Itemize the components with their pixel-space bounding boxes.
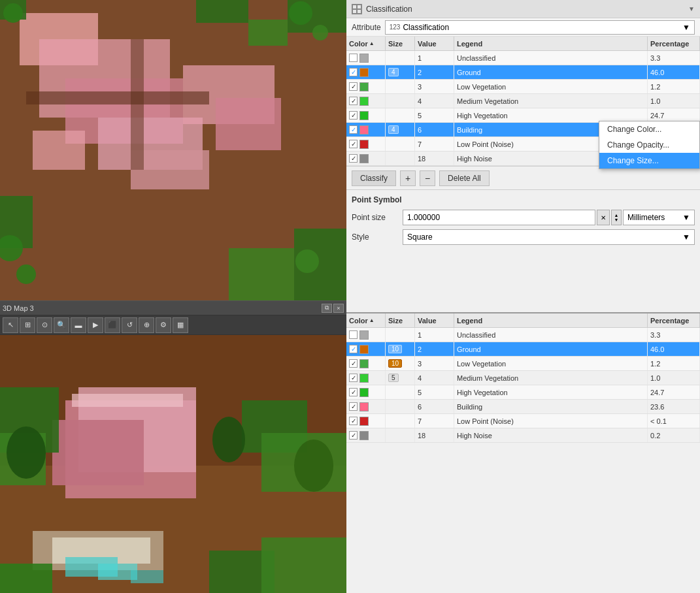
td-color — [346, 342, 386, 356]
svg-rect-46 — [358, 5, 361, 8]
svg-rect-41 — [261, 537, 346, 593]
td-legend: High Noise — [454, 428, 648, 442]
play-tool[interactable]: ▶ — [88, 317, 103, 333]
restore-btn[interactable]: ⧉ — [322, 304, 332, 313]
td-size — [386, 152, 415, 165]
zoom-tool[interactable]: 🔍 — [54, 317, 69, 333]
svg-point-22 — [16, 264, 36, 284]
attribute-dropdown[interactable]: 123 Classification ▼ — [385, 20, 695, 35]
th-value[interactable]: Value — [415, 37, 454, 50]
context-menu-item[interactable]: Change Color... — [599, 121, 699, 137]
td-value: 3 — [415, 357, 454, 370]
td-size — [386, 400, 415, 413]
sort-icon[interactable]: ▲ — [369, 40, 375, 46]
clear-btn[interactable]: ✕ — [597, 210, 610, 225]
panel-title: Classification — [366, 5, 684, 14]
unit-dropdown[interactable]: Millimeters ▼ — [623, 210, 695, 225]
bottom-th-pct[interactable]: Percentage — [648, 313, 700, 327]
add-button[interactable]: + — [400, 170, 416, 186]
table-row[interactable]: 54Medium Vegetation1.0 — [346, 371, 700, 385]
table-row[interactable]: 1Unclassified3.3 — [346, 328, 700, 342]
td-legend: High Vegetation — [454, 385, 648, 399]
bottom-th-value[interactable]: Value — [415, 313, 454, 327]
row-checkbox[interactable] — [349, 111, 358, 120]
settings-tool[interactable]: ⚙ — [156, 317, 171, 333]
row-checkbox[interactable] — [349, 140, 358, 148]
row-checkbox[interactable] — [349, 97, 358, 105]
bottom-th-legend[interactable]: Legend — [454, 313, 648, 327]
size-badge: 10 — [388, 359, 402, 368]
table-row[interactable]: 4Medium Vegetation1.0 — [346, 94, 700, 108]
table-row[interactable]: 18High Noise0.2 — [346, 428, 700, 443]
grid-tool[interactable]: ▦ — [173, 317, 188, 333]
select-tool[interactable]: ⊞ — [20, 317, 35, 333]
th-size[interactable]: Size — [386, 37, 415, 50]
td-size — [386, 328, 415, 342]
top-map[interactable] — [0, 0, 346, 300]
table-row[interactable]: 42Ground46.0 — [346, 65, 700, 80]
td-size — [386, 108, 415, 122]
attribute-arrow: ▼ — [682, 23, 690, 32]
table-row[interactable]: 5High Vegetation24.7 — [346, 385, 700, 400]
table-row[interactable]: 7Low Point (Noise)< 0.1 — [346, 414, 700, 428]
bottom-map-container: 3D Map 3 ⧉ × ↖ ⊞ ⊙ 🔍 ▬ ▶ ⬛ ↺ ⊕ ⚙ ▦ — [0, 300, 346, 593]
row-checkbox[interactable] — [349, 330, 358, 339]
row-checkbox[interactable] — [349, 54, 358, 62]
delete-all-button[interactable]: Delete All — [439, 170, 490, 186]
bottom-sort-icon[interactable]: ▲ — [369, 317, 375, 323]
map-title: 3D Map 3 — [3, 304, 34, 312]
svg-rect-47 — [353, 10, 356, 13]
point-size-input-group: ✕ ▲ ▼ Millimeters ▼ — [403, 210, 695, 225]
table-row[interactable]: 1Unclassified3.3 — [346, 51, 700, 65]
style-label: Style — [352, 232, 397, 242]
table-row[interactable]: 3Low Vegetation1.2 — [346, 80, 700, 94]
table-row[interactable]: 103Low Vegetation1.2 — [346, 357, 700, 371]
table-row[interactable]: 6Building23.6 — [346, 400, 700, 414]
row-checkbox[interactable] — [349, 359, 358, 368]
row-checkbox[interactable] — [349, 125, 358, 134]
td-legend: Medium Vegetation — [454, 94, 648, 108]
th-pct[interactable]: Percentage — [648, 37, 700, 50]
td-size — [386, 94, 415, 108]
panel-arrow[interactable]: ▼ — [688, 5, 695, 12]
spinner-btn[interactable]: ▲ ▼ — [611, 210, 622, 225]
svg-rect-9 — [248, 20, 288, 46]
th-legend[interactable]: Legend — [454, 37, 648, 50]
bottom-th-size[interactable]: Size — [386, 313, 415, 327]
row-checkbox[interactable] — [349, 82, 358, 91]
color-swatch — [359, 54, 369, 63]
pan-tool[interactable]: ▬ — [71, 317, 86, 333]
td-pct: 1.2 — [648, 357, 700, 370]
row-checkbox[interactable] — [349, 345, 358, 353]
td-value: 1 — [415, 51, 454, 65]
close-btn[interactable]: × — [333, 304, 344, 313]
row-checkbox[interactable] — [349, 154, 358, 163]
export-tool[interactable]: ⬛ — [105, 317, 120, 333]
context-menu-item[interactable]: Change Opacity... — [599, 137, 699, 153]
context-menu-item[interactable]: Change Size... — [599, 153, 699, 168]
row-checkbox[interactable] — [349, 402, 358, 411]
remove-button[interactable]: − — [420, 170, 435, 186]
cursor-tool[interactable]: ↖ — [3, 317, 18, 333]
row-checkbox[interactable] — [349, 417, 358, 425]
td-value: 7 — [415, 414, 454, 428]
style-dropdown[interactable]: Square ▼ — [403, 229, 695, 245]
zoom2-tool[interactable]: ⊕ — [139, 317, 154, 333]
color-swatch — [359, 417, 369, 426]
row-checkbox[interactable] — [349, 388, 358, 396]
td-color — [346, 400, 386, 413]
classify-button[interactable]: Classify — [352, 170, 396, 186]
left-panel: 3D Map 3 ⧉ × ↖ ⊞ ⊙ 🔍 ▬ ▶ ⬛ ↺ ⊕ ⚙ ▦ — [0, 0, 346, 593]
row-checkbox[interactable] — [349, 374, 358, 382]
row-checkbox[interactable] — [349, 431, 358, 440]
color-swatch — [359, 431, 369, 440]
td-value: 18 — [415, 152, 454, 165]
refresh-tool[interactable]: ↺ — [122, 317, 137, 333]
table-row[interactable]: 102Ground46.0 — [346, 342, 700, 357]
td-value: 18 — [415, 428, 454, 442]
row-checkbox[interactable] — [349, 68, 358, 76]
bottom-map[interactable] — [0, 335, 346, 593]
time-tool[interactable]: ⊙ — [37, 317, 52, 333]
point-size-input[interactable] — [403, 210, 595, 225]
point-size-row: Point size ✕ ▲ ▼ Millimeters ▼ — [352, 210, 695, 225]
